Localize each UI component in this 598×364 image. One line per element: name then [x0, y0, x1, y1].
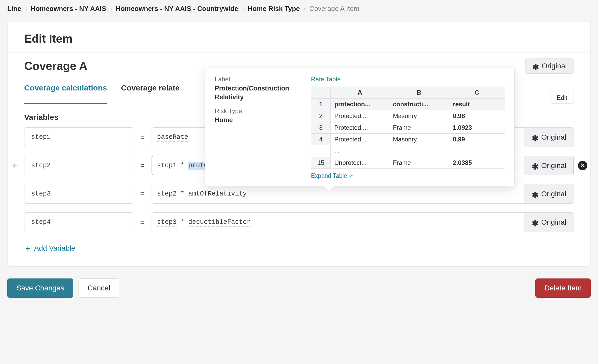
cell: 0.98 [449, 110, 505, 122]
variable-row: step4 = step3 * deductibleFactor ✱ Origi… [24, 212, 574, 232]
original-badge[interactable]: ✱ Original [524, 184, 574, 203]
expand-table-link[interactable]: Expand Table ⤢ [311, 172, 354, 179]
table-row: 2 Protected ... Masonry 0.98 [311, 110, 505, 122]
cell: 0.99 [449, 134, 505, 145]
rate-table-popover: Label Protection/Construction Relativity… [205, 68, 515, 186]
table-row: 15 Unprotect... Frame 2.0385 [311, 157, 505, 169]
variable-name-input[interactable]: step3 [24, 184, 133, 204]
equals-sign: = [140, 161, 145, 170]
breadcrumb-homeowners-countrywide[interactable]: Homeowners - NY AAIS - Countrywide [116, 5, 238, 13]
tab-coverage-calculations[interactable]: Coverage calculations [24, 80, 107, 104]
cell: Protected ... [331, 134, 389, 145]
popover-label-label: Label [215, 76, 301, 83]
table-row: 3 Protected ... Frame 1.0923 [311, 122, 505, 134]
popover-meta: Label Protection/Construction Relativity… [215, 76, 301, 179]
expand-icon: ⤢ [349, 173, 354, 179]
breadcrumb-current: Coverage A Item [309, 5, 359, 13]
expand-table-label: Expand Table [311, 172, 347, 179]
expr-op: * [180, 190, 188, 198]
tab-coverage-relate[interactable]: Coverage relate [121, 80, 179, 104]
expr-op: * [180, 162, 188, 169]
popover-label-value: Protection/Construction Relativity [215, 84, 301, 102]
original-label: Original [541, 161, 566, 170]
footer-actions: Save Changes Cancel Delete Item [0, 271, 598, 306]
variable-name-input[interactable]: step2 [24, 156, 133, 175]
asterisk-icon: ✱ [532, 191, 539, 199]
variable-name-input[interactable]: step4 [24, 212, 133, 232]
equals-sign: = [140, 218, 145, 226]
row-num: 2 [311, 110, 331, 122]
save-button[interactable]: Save Changes [7, 278, 73, 298]
chevron-right-icon: › [303, 5, 306, 13]
page-title: Edit Item [24, 32, 574, 45]
edit-button[interactable]: Edit [550, 92, 574, 104]
original-label: Original [542, 62, 567, 70]
breadcrumb-line[interactable]: Line [7, 5, 21, 13]
popover-risk-value: Home [215, 116, 301, 125]
expression-text[interactable]: step3 * deductibleFactor [152, 213, 524, 232]
cell: Protected ... [331, 122, 389, 134]
delete-item-button[interactable]: Delete Item [535, 278, 591, 298]
original-badge[interactable]: ✱ Original [524, 156, 574, 175]
cell: 1.0923 [449, 122, 505, 134]
row-num: 15 [311, 157, 331, 169]
original-badge[interactable]: ✱ Original [525, 58, 574, 74]
delete-row-button[interactable]: ✕ [578, 161, 587, 170]
col-b: B [389, 87, 449, 99]
asterisk-icon: ✱ [532, 63, 539, 71]
breadcrumb-homeowners-ny-aais[interactable]: Homeowners - NY AAIS [31, 5, 106, 13]
card-header: Edit Item [8, 22, 590, 53]
cell: constructi... [389, 99, 449, 110]
table-corner [311, 87, 331, 99]
expr-token: step3 [157, 218, 177, 227]
cancel-button[interactable]: Cancel [79, 278, 119, 298]
row-num: 4 [311, 134, 331, 145]
cell: Masonry [389, 110, 449, 122]
close-icon: ✕ [580, 162, 585, 169]
expr-token: step2 [157, 190, 177, 198]
table-row: 1 protection... constructi... result [311, 99, 505, 110]
chevron-right-icon: › [242, 5, 244, 13]
drag-handle-icon[interactable]: ✥ [12, 161, 17, 170]
expression-text[interactable]: step2 * amtOfRelativity [152, 184, 524, 203]
rate-table: A B C 1 protection... constructi... resu… [311, 87, 505, 169]
breadcrumb-home-risk-type[interactable]: Home Risk Type [248, 5, 300, 13]
asterisk-icon: ✱ [532, 219, 539, 228]
original-badge[interactable]: ✱ Original [524, 213, 574, 232]
add-variable-label: Add Variable [34, 244, 75, 252]
cell: protection... [331, 99, 389, 110]
equals-sign: = [140, 190, 145, 198]
edit-item-card: Edit Item Coverage A ✱ Original Coverage… [7, 22, 591, 266]
cell: Frame [389, 157, 449, 169]
expr-token: step1 [157, 162, 177, 170]
asterisk-icon: ✱ [532, 134, 539, 142]
chevron-right-icon: › [25, 5, 27, 13]
expr-token: deductibleFactor [188, 218, 251, 227]
table-row: 4 Protected ... Masonry 0.99 [311, 134, 505, 145]
variable-name-input[interactable]: step1 [24, 127, 133, 147]
cell: 2.0385 [449, 157, 505, 169]
original-badge[interactable]: ✱ Original [524, 128, 574, 147]
variable-row: step3 = step2 * amtOfRelativity ✱ Origin… [24, 184, 574, 204]
original-label: Original [541, 133, 566, 141]
equals-sign: = [140, 133, 145, 141]
add-variable-button[interactable]: ＋ Add Variable [24, 243, 75, 253]
expr-token: amtOfRelativity [188, 190, 247, 198]
section-title: Coverage A [24, 60, 87, 73]
asterisk-icon: ✱ [532, 162, 539, 171]
col-a: A [331, 87, 389, 99]
row-num: 1 [311, 99, 331, 110]
rate-table-link[interactable]: Rate Table [311, 76, 505, 83]
cell: Protected ... [331, 110, 389, 122]
breadcrumb: Line › Homeowners - NY AAIS › Homeowners… [0, 0, 598, 17]
cell: Frame [389, 122, 449, 134]
table-ellipsis: ... [311, 145, 505, 157]
popover-risk-label: Risk Type [215, 107, 301, 115]
cell: Masonry [389, 134, 449, 145]
col-c: C [449, 87, 505, 99]
expr-token: baseRate [157, 133, 188, 142]
cell: Unprotect... [331, 157, 389, 169]
expression-field[interactable]: step3 * deductibleFactor ✱ Original [152, 212, 574, 232]
row-num: 3 [311, 122, 331, 134]
expression-field[interactable]: step2 * amtOfRelativity ✱ Original [152, 184, 574, 204]
